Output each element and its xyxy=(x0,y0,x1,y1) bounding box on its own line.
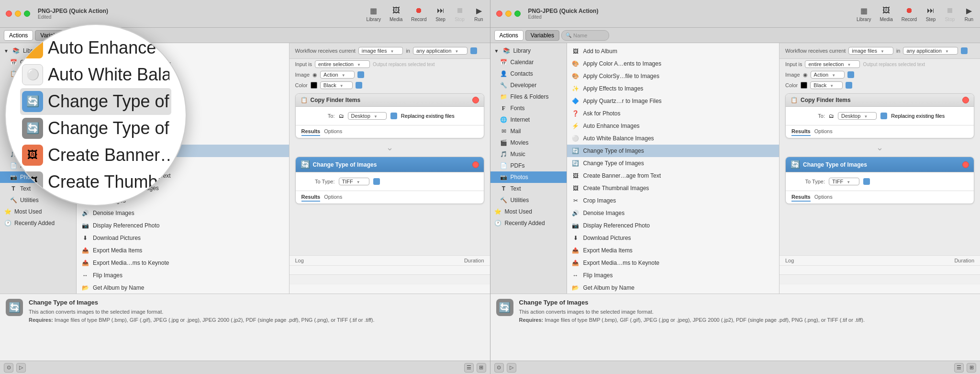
right-action-apply-color[interactable]: 🎨 Apply Color A…ents to Images xyxy=(567,57,780,70)
right-action-auto-enhance[interactable]: ⚡ Auto Enhance Images xyxy=(567,120,780,132)
action-flip[interactable]: ↔ Flip Images xyxy=(77,269,289,282)
right-sidebar-internet[interactable]: 🌐 Internet xyxy=(490,114,567,125)
right-action-crop[interactable]: ✂ Crop Images xyxy=(567,194,780,207)
right-color-dropdown[interactable]: Black ▼ xyxy=(810,81,843,89)
right-minimize-button[interactable] xyxy=(505,11,512,17)
right-media-button[interactable]: 🖼 Media xyxy=(880,5,893,22)
right-ctrl-grid-btn[interactable]: ⊞ xyxy=(967,363,976,373)
action-get-album[interactable]: 📂 Get Album by Name xyxy=(77,282,289,294)
right-sidebar-mail[interactable]: ✉ Mail xyxy=(490,125,567,137)
change-type-close[interactable]: ✕ xyxy=(472,161,479,168)
right-sidebar-developer[interactable]: 🔧 Developer xyxy=(490,79,567,91)
right-copy-finder-close[interactable]: ✕ xyxy=(962,97,969,103)
ctrl-arrow-btn[interactable]: ▷ xyxy=(16,363,26,373)
ctrl-grid-btn[interactable]: ⊞ xyxy=(477,363,486,373)
right-action-ask-for-photos[interactable]: ❓ Ask for Photos xyxy=(567,107,780,120)
right-action-denoise[interactable]: 🔊 Denoise Images xyxy=(567,207,780,219)
right-sidebar-photos[interactable]: 📷 Photos xyxy=(490,171,567,183)
sidebar-item-most-used[interactable]: ⭐ Most Used xyxy=(0,206,76,217)
image-dropdown[interactable]: Action ▼ xyxy=(320,71,355,79)
right-search-box[interactable]: 🔍 Name xyxy=(561,30,609,41)
action-display-ref[interactable]: 📷 Display Referenced Photo xyxy=(77,219,289,232)
right-sidebar-fonts[interactable]: F Fonts xyxy=(490,102,567,114)
minimize-button[interactable] xyxy=(15,11,21,17)
action-denoise[interactable]: 🔊 Denoise Images xyxy=(77,207,289,219)
right-to-dropdown[interactable]: Desktop ▼ xyxy=(838,112,877,120)
run-button[interactable]: ▶ Run xyxy=(474,5,484,22)
right-action-create-banner[interactable]: 🖼 Create Banner…age from Text xyxy=(567,170,780,182)
input-is-dropdown[interactable]: entire selection ▼ xyxy=(315,60,370,68)
right-variables-tab[interactable]: Variables xyxy=(525,30,559,41)
right-change-type-close[interactable]: ✕ xyxy=(962,161,969,168)
right-action-export-media[interactable]: 📤 Export Media Items xyxy=(567,244,780,257)
right-action-change-type-1[interactable]: 🔄 Change Type of Images xyxy=(567,145,780,157)
step-button[interactable]: ⏭ Step xyxy=(435,5,446,22)
right-fullscreen-button[interactable] xyxy=(514,11,521,17)
right-application-dropdown[interactable]: any application ▼ xyxy=(903,47,958,55)
right-action-change-type-2[interactable]: 🔄 Change Type of Images xyxy=(567,157,780,170)
right-ctrl-list-btn[interactable]: ☰ xyxy=(954,363,964,373)
mag-item-auto-white[interactable]: ⚪ Auto White Bala… xyxy=(20,61,171,88)
right-copy-finder-results-tab[interactable]: Results xyxy=(791,127,811,136)
copy-finder-close[interactable]: ✕ xyxy=(472,97,479,103)
right-change-type-options-tab[interactable]: Options xyxy=(814,193,833,202)
right-action-auto-white[interactable]: ⚪ Auto White Balance Images xyxy=(567,132,780,145)
media-button[interactable]: 🖼 Media xyxy=(390,5,402,22)
mag-item-create-banner[interactable]: 🖼 Create Banner…a xyxy=(20,142,171,169)
library-button[interactable]: ▦ Library xyxy=(366,5,381,22)
right-actions-tab[interactable]: Actions xyxy=(494,30,523,41)
right-action-apply-colorsy[interactable]: 🎨 Apply ColorSy…file to Images xyxy=(567,70,780,82)
right-action-display-ref[interactable]: 📷 Display Referenced Photo xyxy=(567,219,780,232)
right-sidebar-most-used[interactable]: ⭐ Most Used xyxy=(490,206,567,217)
mag-item-change-type-2[interactable]: 🔄 Change Type of Im… xyxy=(20,115,171,142)
right-to-type-dropdown[interactable]: TIFF ▼ xyxy=(829,178,859,185)
right-action-flip[interactable]: ↔ Flip Images xyxy=(567,269,780,282)
right-action-export-keynote[interactable]: 📤 Export Media…ms to Keynote xyxy=(567,257,780,269)
right-sidebar-calendar[interactable]: 📅 Calendar xyxy=(490,57,567,68)
right-copy-finder-options-tab[interactable]: Options xyxy=(814,127,833,136)
sidebar-item-recently-added[interactable]: 🕐 Recently Added xyxy=(0,217,76,229)
right-action-download[interactable]: ⬇ Download Pictures xyxy=(567,232,780,244)
right-library-button[interactable]: ▦ Library xyxy=(857,5,871,22)
application-dropdown[interactable]: any application ▼ xyxy=(413,47,468,55)
ctrl-down-btn[interactable]: ⊙ xyxy=(4,363,13,373)
right-sidebar-movies[interactable]: 🎬 Movies xyxy=(490,137,567,148)
right-sidebar-recently-added[interactable]: 🕐 Recently Added xyxy=(490,217,567,229)
right-step-button[interactable]: ⏭ Step xyxy=(925,5,936,22)
change-type-options-tab[interactable]: Options xyxy=(324,193,342,202)
color-dropdown[interactable]: Black ▼ xyxy=(320,81,353,89)
right-input-is-dropdown[interactable]: entire selection ▼ xyxy=(805,60,860,68)
right-ctrl-down-btn[interactable]: ⊙ xyxy=(494,363,504,373)
right-color-swatch[interactable] xyxy=(801,82,807,89)
fullscreen-button[interactable] xyxy=(24,11,30,17)
mag-item-change-type-1[interactable]: 🔄 Change Type of Im… xyxy=(20,88,171,115)
right-run-button[interactable]: ▶ Run xyxy=(964,5,974,22)
right-sidebar-music[interactable]: 🎵 Music xyxy=(490,148,567,160)
right-action-apply-quartz[interactable]: 🔷 Apply Quartz…r to Image Files xyxy=(567,95,780,107)
right-action-apply-effects[interactable]: ✨ Apply Effects to Images xyxy=(567,82,780,95)
right-sidebar-text[interactable]: T Text xyxy=(490,183,567,194)
to-dropdown[interactable]: Desktop ▼ xyxy=(348,112,387,120)
action-download[interactable]: ⬇ Download Pictures xyxy=(77,232,289,244)
action-export-keynote[interactable]: 📤 Export Media…ms to Keynote xyxy=(77,257,289,269)
color-swatch[interactable] xyxy=(311,82,317,89)
right-action-add-to-album[interactable]: 🖼 Add to Album xyxy=(567,45,780,57)
close-button[interactable] xyxy=(6,11,12,17)
copy-finder-options-tab[interactable]: Options xyxy=(324,127,342,136)
right-image-dropdown[interactable]: Action ▼ xyxy=(811,71,845,79)
stop-button[interactable]: ⏹ Stop xyxy=(455,5,465,22)
right-close-button[interactable] xyxy=(496,11,502,17)
right-sidebar-pdfs[interactable]: 📄 PDFs xyxy=(490,160,567,171)
change-type-results-tab[interactable]: Results xyxy=(301,193,321,202)
to-type-dropdown[interactable]: TIFF ▼ xyxy=(339,178,369,185)
copy-finder-results-tab[interactable]: Results xyxy=(301,127,321,136)
right-record-button[interactable]: ⏺ Record xyxy=(902,5,917,22)
right-sidebar-contacts[interactable]: 👤 Contacts xyxy=(490,68,567,79)
actions-tab[interactable]: Actions xyxy=(4,30,33,41)
right-stop-button[interactable]: ⏹ Stop xyxy=(945,5,955,22)
right-sidebar-utilities[interactable]: 🔨 Utilities xyxy=(490,194,567,206)
right-action-create-thumb[interactable]: 🖼 Create Thumbnail Images xyxy=(567,182,780,194)
right-change-type-results-tab[interactable]: Results xyxy=(791,193,811,202)
right-ctrl-arrow-btn[interactable]: ▷ xyxy=(507,363,516,373)
right-sidebar-library[interactable]: ▼ 📚 Library xyxy=(490,45,567,57)
